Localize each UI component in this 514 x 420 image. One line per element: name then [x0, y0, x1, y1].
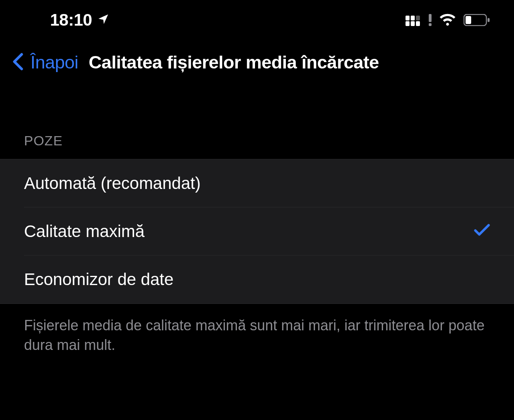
status-bar: 18:10: [0, 0, 514, 40]
location-icon: [97, 13, 110, 27]
status-left: 18:10: [50, 10, 110, 30]
option-data-saver[interactable]: Economizor de date: [0, 255, 514, 303]
option-label: Calitate maximă: [24, 222, 145, 241]
section-footer: Fișierele media de calitate maximă sunt …: [0, 304, 514, 367]
option-automatic[interactable]: Automată (recomandat): [0, 159, 514, 207]
svg-rect-8: [488, 18, 490, 22]
cellular-warning-icon: [429, 14, 432, 26]
svg-rect-2: [416, 21, 420, 26]
svg-rect-0: [406, 21, 410, 26]
battery-icon: [464, 14, 490, 26]
check-icon: [474, 222, 490, 241]
back-button[interactable]: Înapoi: [12, 52, 78, 73]
option-max-quality[interactable]: Calitate maximă: [0, 207, 514, 255]
wifi-icon: [439, 13, 456, 27]
status-right: [406, 13, 490, 27]
option-label: Automată (recomandat): [24, 174, 201, 193]
option-label: Economizor de date: [24, 270, 174, 289]
options-list: Automată (recomandat) Calitate maximă Ec…: [0, 159, 514, 304]
cellular-icon: [406, 14, 432, 26]
status-time: 18:10: [50, 10, 92, 30]
content: POZE Automată (recomandat) Calitate maxi…: [0, 89, 514, 367]
svg-rect-1: [411, 21, 415, 26]
svg-rect-4: [411, 16, 415, 20]
back-label: Înapoi: [30, 52, 78, 73]
section-header-poze: POZE: [0, 89, 514, 159]
chevron-left-icon: [12, 53, 24, 72]
svg-rect-5: [416, 16, 420, 20]
navigation-bar: Înapoi Calitatea fișierelor media încărc…: [0, 40, 514, 89]
page-title: Calitatea fișierelor media încărcate: [89, 52, 379, 73]
svg-rect-7: [466, 16, 471, 24]
svg-rect-3: [406, 16, 410, 20]
